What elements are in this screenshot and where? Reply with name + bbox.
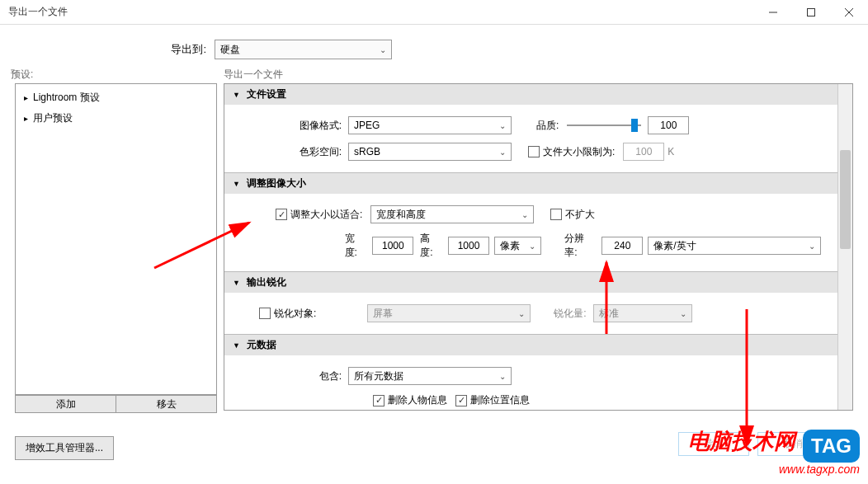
quality-slider[interactable] [567, 117, 641, 134]
preset-panel: 预设: Lightroom 预设 用户预设 添加 移去 增效工具管理器... [15, 68, 217, 460]
window-controls [754, 0, 868, 25]
preset-add-button[interactable]: 添加 [15, 395, 116, 413]
preset-list[interactable]: Lightroom 预设 用户预设 [15, 83, 217, 395]
export-to-label: 导出到: [0, 42, 215, 57]
metadata-section: 元数据 包含: 所有元数据 ⌄ 删除人 [224, 335, 837, 410]
minimize-button[interactable] [754, 0, 792, 25]
sharpen-target-combo: 屏幕 ⌄ [367, 304, 531, 322]
settings-label: 导出一个文件 [224, 68, 853, 82]
preset-item-user[interactable]: 用户预设 [16, 108, 216, 129]
export-to-combo[interactable]: 硬盘 ⌄ [215, 40, 392, 59]
chevron-down-icon: ⌄ [521, 210, 528, 219]
chevron-down-icon: ⌄ [680, 309, 686, 318]
chevron-down-icon: ⌄ [518, 309, 525, 318]
preset-label: 预设: [11, 68, 217, 82]
metadata-header[interactable]: 元数据 [224, 335, 837, 355]
filesize-limit-unit: K [668, 146, 674, 157]
quality-label: 品质: [536, 119, 559, 133]
close-button[interactable] [830, 0, 868, 25]
preset-item-lightroom[interactable]: Lightroom 预设 [16, 87, 216, 108]
chevron-down-icon: ⌄ [499, 121, 506, 130]
window-title: 导出一个文件 [8, 5, 68, 19]
file-settings-header[interactable]: 文件设置 [224, 84, 837, 105]
format-combo[interactable]: JPEG ⌄ [348, 116, 512, 134]
scrollbar[interactable] [837, 84, 852, 410]
colorspace-label: 色彩空间: [241, 145, 348, 159]
sharpen-header[interactable]: 输出锐化 [224, 272, 837, 293]
resolution-input[interactable] [601, 237, 643, 255]
sharpen-amount-label: 锐化量: [547, 307, 592, 321]
width-label: 宽度: [338, 232, 373, 260]
filesize-limit-checkbox[interactable] [528, 146, 540, 157]
title-bar: 导出一个文件 [0, 0, 868, 25]
export-destination-row: 导出到: 硬盘 ⌄ [0, 25, 868, 68]
height-input[interactable] [448, 237, 489, 255]
remove-location-label: 删除位置信息 [470, 393, 530, 407]
watermark-tag: TAG [803, 430, 860, 463]
sharpen-amount-combo: 标准 ⌄ [593, 304, 692, 322]
chevron-down-icon: ⌄ [380, 45, 386, 54]
resolution-label: 分辨率: [558, 232, 601, 260]
format-label: 图像格式: [241, 119, 348, 133]
resize-mode-combo[interactable]: 宽度和高度 ⌄ [370, 205, 534, 223]
remove-location-checkbox[interactable] [455, 395, 467, 406]
export-to-value: 硬盘 [220, 43, 240, 57]
include-label: 包含: [241, 369, 348, 383]
no-enlarge-label: 不扩大 [565, 208, 595, 222]
resize-to-fit-checkbox[interactable] [276, 209, 287, 220]
sharpen-section: 输出锐化 锐化对象: 屏幕 ⌄ 锐化量: [224, 272, 837, 335]
watermark-url: www.tagxp.com [688, 463, 860, 476]
filesize-limit-label: 文件大小限制为: [543, 145, 615, 159]
chevron-down-icon: ⌄ [529, 242, 535, 251]
chevron-down-icon: ⌄ [499, 372, 506, 381]
remove-person-checkbox[interactable] [373, 395, 384, 406]
no-enlarge-checkbox[interactable] [550, 209, 562, 220]
file-settings-section: 文件设置 图像格式: JPEG ⌄ 品质: [224, 84, 837, 173]
watermark-text: 电脑技术网 [688, 429, 795, 453]
quality-input[interactable] [648, 116, 689, 134]
maximize-button[interactable] [792, 0, 830, 25]
resize-to-fit-label: 调整大小以适合: [290, 208, 362, 222]
chevron-down-icon: ⌄ [809, 242, 815, 251]
preset-remove-button[interactable]: 移去 [116, 395, 217, 413]
sharpen-checkbox[interactable] [259, 308, 271, 319]
remove-person-label: 删除人物信息 [388, 393, 447, 407]
include-combo[interactable]: 所有元数据 ⌄ [348, 367, 512, 385]
settings-panel: 导出一个文件 文件设置 图像格式: JPEG ⌄ [224, 68, 853, 460]
sharpen-label: 锐化对象: [274, 307, 316, 321]
resize-section: 调整图像大小 调整大小以适合: 宽度和高度 ⌄ [224, 173, 837, 272]
resolution-unit-combo[interactable]: 像素/英寸 ⌄ [648, 237, 821, 255]
scrollbar-thumb[interactable] [840, 150, 851, 249]
plugin-manager-button[interactable]: 增效工具管理器... [15, 436, 114, 460]
filesize-limit-input [623, 143, 664, 161]
watermark: 电脑技术网 TAG www.tagxp.com [688, 427, 860, 476]
resize-header[interactable]: 调整图像大小 [224, 173, 837, 194]
height-label: 高度: [413, 232, 448, 260]
colorspace-combo[interactable]: sRGB ⌄ [348, 143, 512, 161]
chevron-down-icon: ⌄ [499, 148, 506, 157]
width-input[interactable] [372, 237, 413, 255]
dimension-unit-combo[interactable]: 像素 ⌄ [494, 237, 541, 255]
svg-rect-1 [808, 8, 815, 16]
slider-thumb-icon [631, 119, 638, 132]
